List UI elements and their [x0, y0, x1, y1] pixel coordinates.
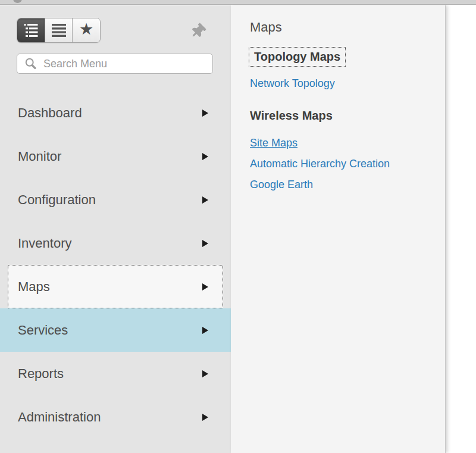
nav-sidebar: ★ Dashboard Monitor Configuration: [0, 5, 231, 453]
sidebar-item-configuration[interactable]: Configuration: [0, 178, 231, 221]
sidebar-item-administration[interactable]: Administration: [0, 395, 231, 439]
sidebar-item-label: Administration: [18, 410, 101, 425]
submenu-arrow-icon: [202, 283, 208, 290]
sidebar-item-label: Reports: [18, 366, 64, 382]
menu-view-toggle-group: ★: [17, 18, 101, 43]
sidebar-item-maps[interactable]: Maps: [8, 265, 223, 308]
browser-top-strip: [0, 0, 476, 5]
sidebar-item-label: Maps: [18, 279, 50, 295]
sidebar-item-inventory[interactable]: Inventory: [0, 221, 231, 265]
search-input[interactable]: [43, 58, 208, 70]
sidebar-item-label: Configuration: [18, 192, 96, 208]
link-network-topology[interactable]: Network Topology: [250, 77, 335, 90]
section-heading-wireless-maps: Wireless Maps: [250, 109, 333, 123]
background-page: [446, 5, 476, 453]
submenu-arrow-icon: [202, 240, 208, 247]
link-automatic-hierarchy-creation[interactable]: Automatic Hierarchy Creation: [250, 158, 390, 170]
sidebar-item-label: Services: [18, 323, 68, 338]
tree-list-icon: [24, 24, 38, 37]
tree-view-button[interactable]: [17, 18, 45, 42]
sidebar-item-reports[interactable]: Reports: [0, 352, 231, 395]
flyout-title: Maps: [250, 20, 282, 35]
link-site-maps[interactable]: Site Maps: [250, 137, 298, 149]
sidebar-item-dashboard[interactable]: Dashboard: [0, 91, 231, 135]
list-icon: [52, 24, 66, 37]
search-box: [17, 54, 213, 74]
pin-menu-button[interactable]: [188, 21, 207, 40]
maps-flyout-panel: Maps Topology Maps Network Topology Wire…: [231, 5, 446, 453]
sidebar-item-label: Monitor: [18, 149, 61, 164]
pushpin-icon: [187, 20, 208, 41]
list-view-button[interactable]: [45, 18, 73, 42]
submenu-arrow-icon: [202, 327, 208, 334]
favorites-view-button[interactable]: ★: [73, 18, 100, 42]
top-tab-blob: [13, 0, 22, 3]
link-google-earth[interactable]: Google Earth: [250, 179, 313, 191]
search-icon: [24, 57, 37, 70]
submenu-arrow-icon: [202, 196, 208, 204]
sidebar-item-services[interactable]: Services: [0, 308, 231, 352]
star-icon: ★: [79, 21, 93, 38]
submenu-arrow-icon: [202, 153, 208, 160]
sidebar-item-label: Inventory: [18, 236, 72, 251]
submenu-arrow-icon: [202, 370, 208, 377]
submenu-arrow-icon: [202, 110, 208, 117]
section-heading-topology-maps: Topology Maps: [249, 47, 346, 67]
submenu-arrow-icon: [202, 414, 208, 421]
sidebar-item-monitor[interactable]: Monitor: [0, 135, 231, 178]
main-menu: Dashboard Monitor Configuration Inventor…: [0, 91, 231, 439]
sidebar-item-label: Dashboard: [18, 105, 82, 121]
